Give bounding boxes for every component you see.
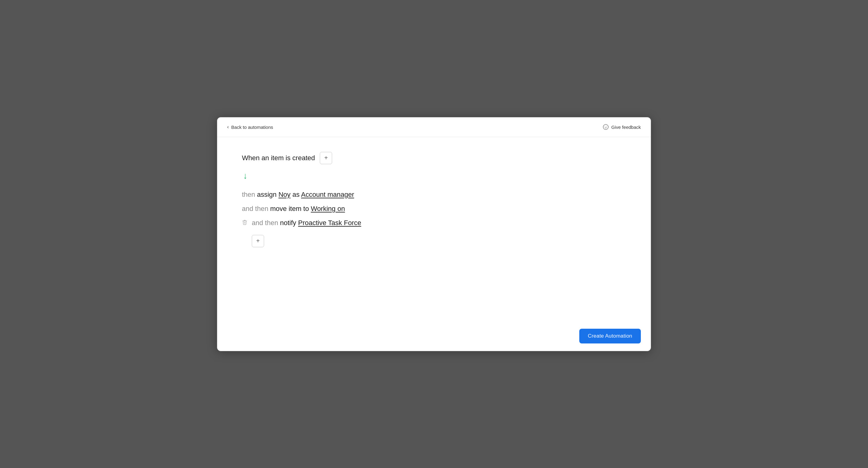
action-3-target[interactable]: Proactive Task Force <box>298 219 361 227</box>
action-1-target[interactable]: Account manager <box>301 191 354 198</box>
back-link-label: Back to automations <box>231 125 273 130</box>
delete-action-3-icon[interactable] <box>242 220 248 226</box>
main-content: When an item is created + ↓ then assign … <box>217 137 651 351</box>
action-1-prefix: then <box>242 191 257 198</box>
action-3-text: and then notify Proactive Task Force <box>252 219 361 227</box>
feedback-link[interactable]: Give feedback <box>603 124 641 130</box>
add-action-button[interactable]: + <box>252 235 264 247</box>
action-2-text: and then move item to Working on <box>242 205 345 213</box>
action-2-verb: move item to <box>270 205 311 212</box>
action-2-prefix: and then <box>242 205 270 212</box>
svg-point-0 <box>603 125 609 130</box>
action-row: then assign Noy as Account manager <box>242 188 626 202</box>
actions-block: then assign Noy as Account manager and t… <box>242 188 626 230</box>
automation-builder-window: ‹ Back to automations Give feedback When… <box>217 117 651 351</box>
action-row: and then move item to Working on <box>242 202 626 216</box>
trigger-text: When an item is created <box>242 154 315 162</box>
feedback-label: Give feedback <box>611 125 641 130</box>
action-1-text: then assign Noy as Account manager <box>242 191 354 199</box>
action-3-prefix: and then <box>252 219 280 227</box>
topbar: ‹ Back to automations Give feedback <box>217 118 651 137</box>
action-3-verb: notify <box>280 219 298 227</box>
action-1-subject[interactable]: Noy <box>279 191 290 198</box>
action-1-verb: assign <box>257 191 279 198</box>
action-2-target[interactable]: Working on <box>311 205 345 212</box>
back-to-automations-link[interactable]: ‹ Back to automations <box>227 124 273 130</box>
feedback-icon <box>603 124 609 130</box>
footer: Create Automation <box>569 321 651 351</box>
action-1-connector: as <box>290 191 301 198</box>
create-automation-button[interactable]: Create Automation <box>579 329 641 343</box>
chevron-left-icon: ‹ <box>227 124 229 130</box>
action-row: and then notify Proactive Task Force <box>242 216 626 230</box>
add-trigger-button[interactable]: + <box>320 152 332 164</box>
trigger-row: When an item is created + <box>242 152 626 164</box>
arrow-down-icon: ↓ <box>243 172 626 180</box>
